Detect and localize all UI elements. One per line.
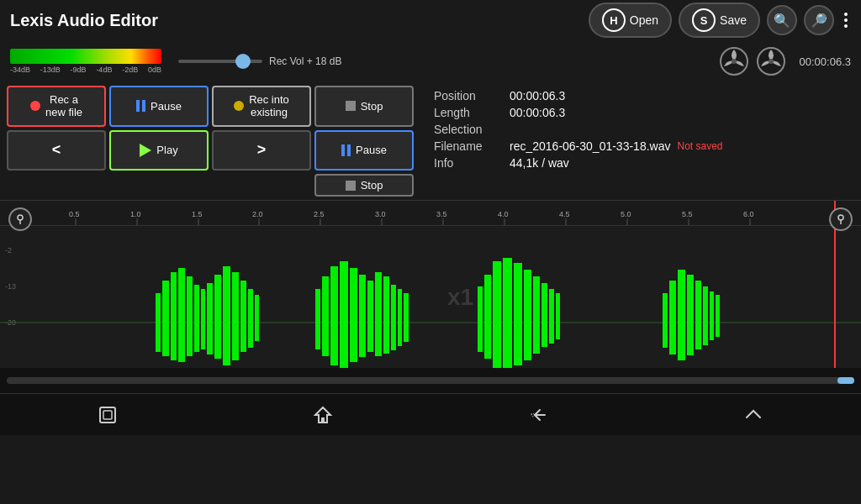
open-icon: H	[602, 8, 626, 32]
controls-area: -34dB -13dB -9dB -4dB -2dB 0dB Rec Vol +…	[0, 40, 861, 82]
svg-rect-66	[478, 286, 483, 352]
svg-rect-72	[533, 276, 540, 354]
waveform-container[interactable]: 0 0.5 1.0 1.5 2.0 2.5 3.0 3.5 4.0 4.5 5.…	[0, 200, 861, 393]
more-menu-button[interactable]	[841, 9, 851, 31]
pin-left-button[interactable]	[8, 207, 32, 231]
not-saved-badge: Not saved	[677, 140, 722, 152]
svg-point-4	[18, 215, 23, 220]
svg-rect-40	[156, 293, 161, 352]
svg-rect-48	[214, 275, 221, 359]
svg-text:-2: -2	[5, 246, 12, 255]
info-row: Info 44,1k / wav	[434, 156, 848, 170]
stop-button-1[interactable]: Stop	[314, 86, 414, 127]
svg-rect-80	[695, 281, 701, 349]
svg-text:3.0: 3.0	[375, 210, 386, 218]
stop-icon-2	[346, 181, 356, 191]
bottom-nav	[0, 393, 861, 435]
fan-icon-left[interactable]	[719, 46, 749, 76]
svg-text:2.5: 2.5	[314, 210, 325, 218]
rec-into-button[interactable]: Rec into existing	[212, 86, 311, 127]
buttons-grid: Rec a new file Pause Rec into existing S…	[0, 82, 420, 200]
svg-rect-67	[484, 275, 491, 359]
save-button[interactable]: S Save	[679, 3, 760, 38]
prev-button[interactable]: <	[7, 130, 106, 171]
meter-bar	[10, 49, 161, 64]
svg-rect-49	[223, 266, 230, 365]
svg-text:-13: -13	[5, 282, 16, 291]
svg-rect-85	[103, 411, 112, 419]
timeline: 0 0.5 1.0 1.5 2.0 2.5 3.0 3.5 4.0 4.5 5.…	[0, 201, 861, 226]
vol-label: Rec Vol + 18 dB	[269, 55, 341, 67]
scrollbar-thumb[interactable]	[837, 377, 854, 384]
svg-rect-65	[404, 293, 409, 342]
svg-rect-69	[503, 258, 512, 369]
svg-rect-42	[171, 272, 177, 360]
svg-rect-82	[710, 291, 714, 340]
svg-text:5.0: 5.0	[621, 210, 631, 218]
svg-rect-41	[162, 281, 169, 356]
svg-rect-44	[187, 276, 193, 356]
menu-button[interactable]	[737, 398, 770, 432]
svg-rect-73	[541, 283, 547, 347]
svg-rect-50	[232, 272, 239, 360]
svg-rect-56	[330, 266, 338, 365]
svg-rect-58	[350, 268, 357, 362]
back-button[interactable]	[521, 398, 555, 432]
svg-rect-54	[315, 289, 320, 349]
stop-icon-1	[346, 101, 356, 111]
svg-rect-78	[678, 270, 685, 360]
scrollbar-track[interactable]	[7, 377, 854, 384]
pause-button-1[interactable]: Pause	[109, 86, 209, 127]
vol-slider-track[interactable]	[178, 60, 262, 63]
svg-rect-46	[201, 289, 205, 349]
svg-text:4.5: 4.5	[559, 210, 570, 218]
app-title: Lexis Audio Editor	[10, 11, 158, 30]
stop-button-2[interactable]: Stop	[314, 174, 414, 197]
svg-rect-63	[391, 285, 396, 350]
vol-control: Rec Vol + 18 dB	[178, 55, 341, 67]
level-meter: -34dB -13dB -9dB -4dB -2dB 0dB	[10, 49, 161, 74]
svg-text:1.5: 1.5	[192, 210, 203, 218]
svg-rect-70	[514, 263, 522, 365]
svg-text:5.5: 5.5	[682, 210, 693, 218]
header: Lexis Audio Editor H Open S Save 🔍 🔎	[0, 0, 861, 40]
svg-rect-79	[687, 275, 694, 355]
time-display: 00:00:06.3	[800, 55, 851, 68]
svg-rect-53	[255, 295, 259, 341]
svg-rect-47	[207, 283, 213, 354]
svg-rect-81	[703, 286, 708, 345]
home-button[interactable]	[306, 398, 340, 432]
svg-text:1.0: 1.0	[130, 210, 141, 218]
filename-row: Filename rec_2016-06-30_01-33-18.wav Not…	[434, 139, 848, 153]
svg-rect-51	[240, 281, 246, 352]
search-button[interactable]: 🔍	[767, 5, 797, 35]
scrollbar-area[interactable]	[0, 368, 861, 393]
svg-rect-62	[383, 276, 389, 354]
info-panel: Position 00:00:06.3 Length 00:00:06.3 Se…	[420, 82, 861, 200]
recent-apps-button[interactable]	[91, 398, 124, 432]
svg-point-1	[732, 59, 737, 64]
svg-rect-75	[556, 293, 560, 339]
svg-rect-64	[398, 289, 402, 346]
svg-rect-52	[248, 289, 253, 348]
position-row: Position 00:00:06.3	[434, 89, 848, 102]
svg-point-3	[769, 59, 774, 64]
vol-slider-thumb[interactable]	[235, 54, 251, 69]
play-button[interactable]: Play	[109, 130, 209, 171]
rec-new-file-button[interactable]: Rec a new file	[7, 86, 106, 127]
pause-button-2[interactable]: Pause	[314, 130, 414, 171]
zoom-out-button[interactable]: 🔎	[804, 5, 834, 35]
svg-rect-35	[0, 226, 861, 369]
open-button[interactable]: H Open	[589, 3, 672, 38]
svg-rect-59	[359, 275, 366, 357]
length-row: Length 00:00:06.3	[434, 106, 848, 119]
pin-right-button[interactable]	[829, 207, 853, 231]
header-buttons: H Open S Save 🔍 🔎	[589, 3, 851, 38]
svg-rect-43	[178, 268, 185, 362]
svg-rect-74	[549, 289, 554, 344]
fan-icon-right[interactable]	[756, 46, 786, 76]
svg-rect-8	[0, 201, 861, 225]
pause-icon-2	[341, 144, 351, 156]
next-button[interactable]: >	[212, 130, 311, 171]
svg-rect-84	[100, 407, 115, 423]
